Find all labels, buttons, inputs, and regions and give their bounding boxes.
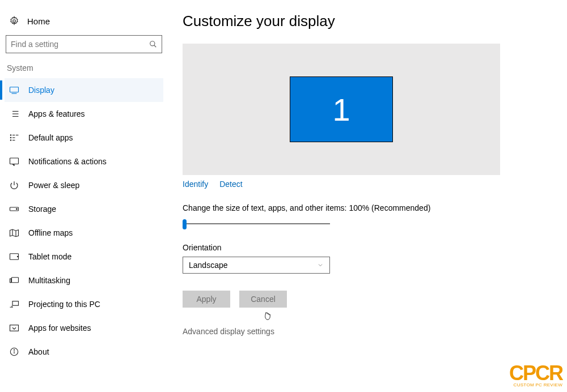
search-box[interactable] [6, 35, 162, 53]
identify-link[interactable]: Identify [183, 180, 208, 189]
apply-button[interactable]: Apply [183, 291, 230, 308]
nav-item-notifications[interactable]: Notifications & actions [5, 150, 163, 173]
nav-item-label: Multitasking [28, 276, 70, 285]
nav-item-label: Offline maps [28, 228, 73, 237]
svg-point-24 [17, 256, 18, 257]
nav-item-display[interactable]: Display [5, 78, 163, 102]
nav-item-storage[interactable]: Storage [5, 197, 163, 221]
nav-item-default-apps[interactable]: Default apps [5, 126, 163, 150]
slider-thumb[interactable] [183, 219, 187, 229]
nav-item-label: Notifications & actions [28, 157, 107, 166]
default-apps-icon [9, 133, 19, 143]
display-icon [9, 85, 19, 95]
nav-item-label: About [28, 347, 49, 356]
apps-websites-icon [9, 323, 19, 333]
identify-detect-row: Identify Detect [183, 180, 550, 189]
nav-item-multitasking[interactable]: Multitasking [5, 269, 163, 292]
nav-item-apps-features[interactable]: Apps & features [5, 102, 163, 126]
nav-item-label: Display [28, 86, 54, 95]
home-label: Home [27, 16, 50, 26]
category-label: System [5, 63, 163, 78]
scale-slider[interactable] [183, 218, 330, 229]
notification-icon [9, 156, 19, 167]
svg-rect-27 [12, 301, 19, 306]
nav-item-label: Power & sleep [28, 181, 79, 190]
search-input[interactable] [11, 40, 149, 49]
map-icon [9, 228, 19, 238]
nav-item-label: Storage [28, 204, 56, 214]
nav-item-offline-maps[interactable]: Offline maps [5, 221, 163, 245]
storage-icon [9, 204, 19, 214]
svg-rect-3 [10, 87, 19, 92]
svg-point-20 [16, 208, 18, 210]
svg-point-0 [13, 20, 16, 23]
chevron-down-icon [317, 262, 324, 269]
svg-rect-26 [10, 279, 11, 283]
search-icon [149, 40, 157, 48]
info-icon [9, 347, 19, 357]
page-title: Customize your display [183, 12, 550, 30]
svg-rect-18 [10, 158, 19, 164]
orientation-dropdown[interactable]: Landscape [183, 257, 330, 274]
gear-icon [9, 16, 19, 26]
detect-link[interactable]: Detect [219, 180, 242, 189]
nav-item-projecting[interactable]: Projecting to this PC [5, 292, 163, 316]
svg-line-2 [154, 45, 156, 48]
home-button[interactable]: Home [5, 12, 163, 33]
scale-label: Change the size of text, apps, and other… [183, 203, 550, 212]
tablet-icon [9, 252, 19, 262]
svg-rect-28 [10, 325, 19, 331]
svg-point-16 [10, 140, 11, 141]
monitor-preview[interactable]: 1 [183, 44, 500, 175]
svg-point-31 [14, 350, 14, 350]
nav-item-about[interactable]: About [5, 340, 163, 364]
monitor-1[interactable]: 1 [290, 76, 393, 142]
nav-item-label: Apps for websites [28, 323, 91, 333]
monitor-number: 1 [332, 91, 350, 128]
sidebar: Home System Display Apps & features Defa… [0, 0, 168, 392]
multitasking-icon [9, 275, 19, 286]
power-icon [9, 180, 19, 190]
nav-item-tablet-mode[interactable]: Tablet mode [5, 245, 163, 269]
nav-item-power-sleep[interactable]: Power & sleep [5, 173, 163, 197]
slider-track [185, 223, 330, 224]
nav-item-label: Projecting to this PC [28, 300, 100, 309]
svg-point-14 [10, 137, 11, 138]
content-area: Customize your display 1 Identify Detect… [168, 0, 567, 392]
orientation-label: Orientation [183, 243, 550, 252]
nav-item-label: Apps & features [28, 109, 85, 118]
advanced-display-settings-link[interactable]: Advanced display settings [183, 327, 550, 336]
svg-rect-25 [12, 278, 19, 283]
nav-item-apps-websites[interactable]: Apps for websites [5, 316, 163, 340]
nav-item-label: Tablet mode [28, 252, 71, 261]
svg-point-1 [150, 41, 155, 46]
list-icon [9, 109, 19, 119]
button-row: Apply Cancel [183, 291, 550, 308]
cancel-button[interactable]: Cancel [239, 291, 287, 308]
orientation-value: Landscape [189, 261, 228, 270]
svg-point-11 [10, 135, 11, 136]
projecting-icon [9, 299, 19, 309]
nav-item-label: Default apps [28, 133, 73, 142]
